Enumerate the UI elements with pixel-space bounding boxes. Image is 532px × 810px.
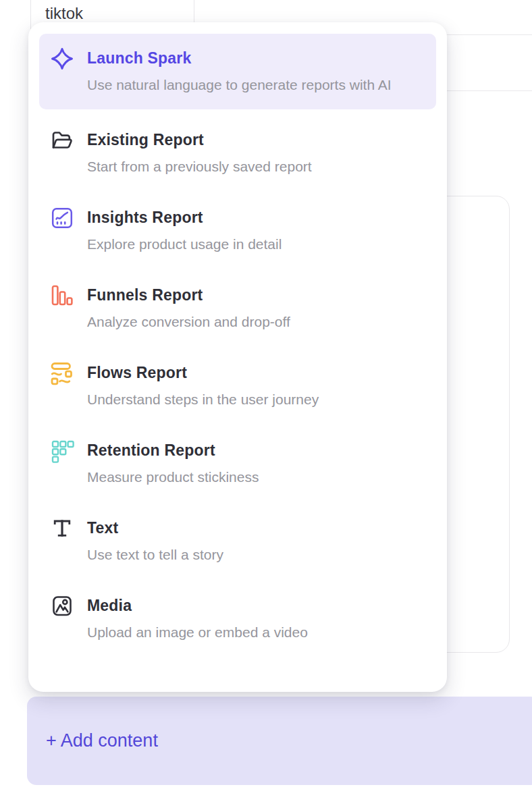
insights-chart-icon xyxy=(50,206,74,230)
media-image-icon xyxy=(50,594,74,618)
spark-icon xyxy=(50,47,74,71)
menu-item-description: Start from a previously saved report xyxy=(87,156,312,177)
menu-item-retention-report[interactable]: Retention Report Measure product stickin… xyxy=(39,439,436,487)
menu-item-title: Launch Spark xyxy=(87,47,392,70)
folder-open-icon xyxy=(50,128,74,153)
menu-item-title: Media xyxy=(87,594,308,617)
background-text-tiktok: tiktok xyxy=(45,4,83,23)
background-divider-horizontal-top xyxy=(440,34,532,35)
add-content-label: + Add content xyxy=(46,730,158,751)
background-divider-horizontal-second xyxy=(440,90,532,91)
menu-item-existing-report[interactable]: Existing Report Start from a previously … xyxy=(39,128,436,177)
menu-item-description: Understand steps in the user journey xyxy=(87,389,319,410)
menu-item-description: Explore product usage in detail xyxy=(87,234,282,254)
menu-item-media[interactable]: Media Upload an image or embed a video xyxy=(39,594,436,643)
menu-item-title: Existing Report xyxy=(87,128,312,151)
page: tiktok Launch Spark Use natural language… xyxy=(0,0,532,810)
add-content-button[interactable]: + Add content xyxy=(27,697,532,785)
menu-item-description: Measure product stickiness xyxy=(87,466,259,487)
menu-item-title: Retention Report xyxy=(87,439,259,462)
add-content-menu: Launch Spark Use natural language to gen… xyxy=(28,22,447,692)
menu-item-launch-spark[interactable]: Launch Spark Use natural language to gen… xyxy=(39,34,436,109)
menu-item-text[interactable]: Text Use text to tell a story xyxy=(39,516,436,565)
background-divider-vertical-left xyxy=(30,0,31,31)
retention-grid-icon xyxy=(50,439,74,463)
menu-item-description: Analyze conversion and drop-off xyxy=(87,311,290,332)
menu-item-description: Use natural language to generate reports… xyxy=(87,74,392,95)
menu-item-title: Funnels Report xyxy=(87,284,290,306)
menu-item-title: Flows Report xyxy=(87,361,319,384)
flows-icon xyxy=(50,361,74,385)
menu-item-description: Use text to tell a story xyxy=(87,544,223,565)
menu-item-title: Insights Report xyxy=(87,206,282,229)
menu-item-description: Upload an image or embed a video xyxy=(87,622,308,643)
text-icon xyxy=(50,516,74,541)
menu-item-title: Text xyxy=(87,516,223,539)
menu-item-insights-report[interactable]: Insights Report Explore product usage in… xyxy=(39,206,436,254)
menu-item-flows-report[interactable]: Flows Report Understand steps in the use… xyxy=(39,361,436,410)
menu-item-funnels-report[interactable]: Funnels Report Analyze conversion and dr… xyxy=(39,284,436,332)
funnels-bars-icon xyxy=(50,284,74,308)
